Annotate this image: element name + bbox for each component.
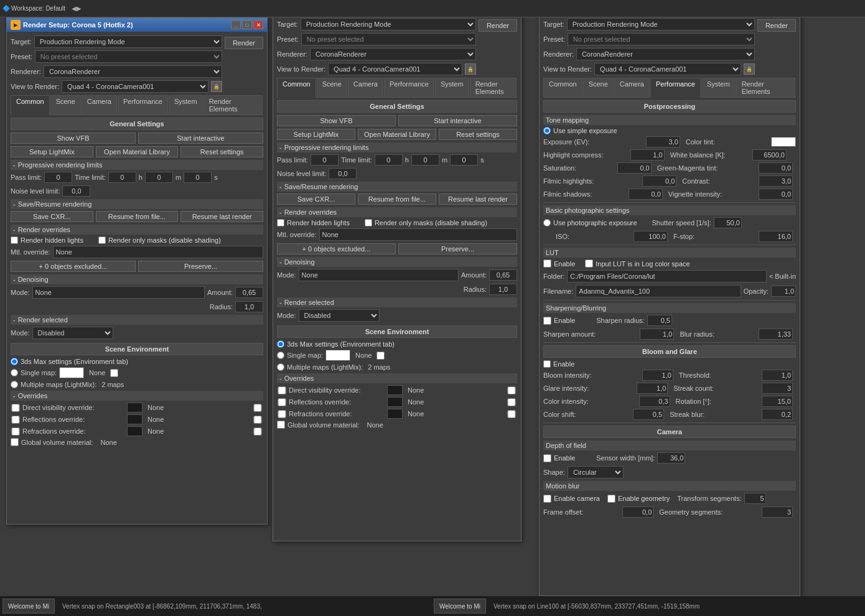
open-material-library-btn1[interactable]: Open Material Library	[96, 146, 179, 157]
refractions-swatch1[interactable]	[127, 426, 143, 436]
bloom-intensity-input[interactable]	[642, 370, 673, 381]
white-balance-input[interactable]	[752, 149, 787, 161]
time-m-input2[interactable]	[411, 154, 439, 166]
radius-input1[interactable]	[235, 301, 263, 312]
reflections-swatch2[interactable]	[387, 397, 403, 407]
color-intensity-input[interactable]	[639, 396, 670, 407]
preserve-btn2[interactable]: Preserve...	[398, 243, 517, 254]
scene-env-radio2[interactable]	[277, 340, 284, 348]
resume-file-btn1[interactable]: Resume from file...	[96, 211, 179, 222]
target-select2[interactable]: Production Rendering Mode	[301, 18, 476, 30]
resume-file-btn2[interactable]: Resume from file...	[358, 194, 436, 205]
reflections-toggle1[interactable]	[252, 416, 263, 424]
color-shift-input[interactable]	[633, 409, 664, 420]
view-select3[interactable]: Quad 4 - CoronaCamera001	[594, 63, 741, 75]
reflections-toggle2[interactable]	[506, 398, 517, 406]
multiple-maps-radio1[interactable]	[11, 381, 18, 388]
render-btn3[interactable]: Render	[757, 19, 796, 32]
single-map-swatch1[interactable]	[59, 367, 84, 378]
single-map-swatch2[interactable]	[325, 350, 350, 361]
blur-radius-input[interactable]	[759, 329, 793, 340]
green-magenta-input[interactable]	[759, 162, 793, 174]
tab3-render-elements[interactable]: Render Elements	[736, 78, 795, 97]
reflections-swatch1[interactable]	[127, 414, 143, 424]
single-map-radio2[interactable]	[277, 352, 284, 359]
lut-opacity-input[interactable]	[771, 286, 796, 297]
transform-segments-input[interactable]	[744, 493, 766, 504]
amount-input2[interactable]	[489, 269, 517, 281]
sharpen-amount-input[interactable]	[640, 329, 674, 340]
time-s-input1[interactable]	[184, 172, 212, 183]
tab2-common[interactable]: Common	[277, 78, 316, 98]
preserve-btn1[interactable]: Preserve...	[138, 261, 263, 272]
direct-vis-cb2[interactable]	[277, 386, 287, 394]
time-h-input2[interactable]	[375, 154, 403, 166]
radius-input2[interactable]	[489, 284, 517, 295]
sharpen-radius-input[interactable]	[647, 315, 672, 326]
dof-enable-cb[interactable]	[543, 454, 551, 462]
filmic-shadows-input[interactable]	[629, 189, 663, 200]
resume-last-btn2[interactable]: Resume last render	[439, 194, 517, 205]
frame-offset-input[interactable]	[622, 506, 653, 518]
mtl-input2[interactable]	[319, 228, 517, 241]
color-tint-swatch[interactable]	[771, 137, 796, 147]
time-m-input1[interactable]	[145, 172, 173, 183]
tab3-common[interactable]: Common	[543, 78, 582, 97]
view-lock-btn1[interactable]: 🔒	[211, 81, 222, 92]
direct-vis-swatch1[interactable]	[127, 403, 143, 413]
save-cxr-btn1[interactable]: Save CXR...	[11, 211, 93, 222]
tab1-scene[interactable]: Scene	[50, 95, 81, 114]
contrast-input[interactable]	[759, 175, 793, 187]
tab2-render-elements[interactable]: Render Elements	[470, 78, 517, 97]
reset-settings-btn2[interactable]: Reset settings	[439, 129, 517, 140]
vignette-input[interactable]	[759, 189, 793, 200]
start-interactive-btn1[interactable]: Start interactive	[138, 133, 263, 144]
noise-input1[interactable]	[62, 185, 90, 197]
rotation-input[interactable]	[762, 396, 793, 407]
tab2-scene[interactable]: Scene	[317, 78, 347, 97]
tab3-performance[interactable]: Performance	[650, 78, 701, 98]
mtl-input1[interactable]	[53, 246, 263, 258]
window1-minimize[interactable]: _	[231, 21, 241, 29]
refractions-cb1[interactable]	[11, 427, 21, 436]
saturation-input[interactable]	[617, 162, 652, 174]
lut-enable-cb[interactable]	[543, 259, 551, 268]
setup-lightmix-btn2[interactable]: Setup LightMix	[277, 129, 355, 140]
masks-cb2[interactable]	[365, 219, 372, 226]
window1-titlebar[interactable]: ▶ Render Setup: Corona 5 (Hotfix 2) _ □ …	[7, 18, 267, 32]
resume-last-btn1[interactable]: Resume last render	[180, 211, 263, 222]
direct-vis-swatch2[interactable]	[387, 385, 403, 395]
highlight-input[interactable]	[630, 149, 665, 161]
tab2-system[interactable]: System	[435, 78, 469, 97]
fstop-input[interactable]	[759, 231, 793, 242]
view-lock-btn2[interactable]: 🔒	[465, 63, 476, 75]
tab1-common[interactable]: Common	[11, 95, 50, 115]
refractions-swatch2[interactable]	[387, 409, 403, 419]
single-map-cb1[interactable]	[110, 369, 118, 377]
streak-count-input[interactable]	[762, 383, 793, 394]
geometry-segments-input[interactable]	[762, 506, 793, 518]
noise-input2[interactable]	[329, 168, 357, 179]
renderer-select2[interactable]: CoronaRenderer	[310, 48, 476, 60]
setup-lightmix-btn1[interactable]: Setup LightMix	[11, 146, 93, 157]
preset-select3[interactable]: No preset selected	[568, 33, 755, 45]
exposure-input[interactable]	[646, 136, 680, 147]
taskbar-welcome-right[interactable]: Welcome to Mi	[434, 599, 486, 614]
reset-settings-btn1[interactable]: Reset settings	[180, 146, 263, 157]
iso-input[interactable]	[634, 231, 668, 242]
render-btn2[interactable]: Render	[479, 19, 517, 32]
window1-maximize[interactable]: □	[242, 21, 252, 29]
mb-geometry-cb[interactable]	[607, 495, 615, 503]
render-btn1[interactable]: Render	[225, 37, 263, 49]
global-volume-cb2[interactable]	[277, 421, 285, 429]
denoising-mode-input2[interactable]	[299, 269, 459, 281]
view-select2[interactable]: Quad 4 - CoronaCamera001	[328, 63, 462, 75]
refractions-toggle2[interactable]	[506, 410, 517, 418]
mb-camera-cb[interactable]	[543, 495, 551, 503]
taskbar-welcome-left[interactable]: Welcome to Mi	[2, 599, 55, 614]
reflections-cb1[interactable]	[11, 416, 21, 424]
shutter-input[interactable]	[714, 217, 742, 228]
open-material-library-btn2[interactable]: Open Material Library	[358, 129, 436, 140]
streak-blur-input[interactable]	[762, 409, 793, 420]
direct-vis-toggle1[interactable]	[252, 404, 263, 412]
